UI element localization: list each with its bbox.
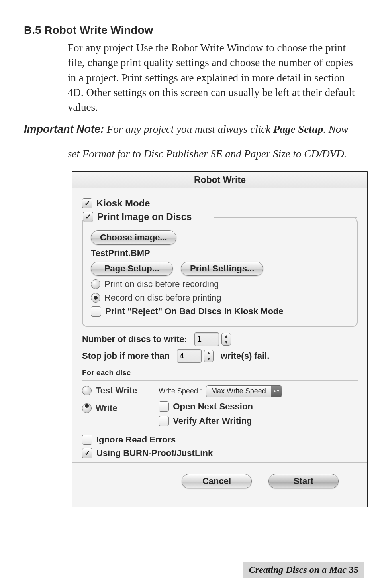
radio-dot-selected-icon [82, 403, 92, 413]
burn-proof-checkbox[interactable]: ✓ [82, 448, 92, 458]
radio-print-before-recording[interactable]: Print on disc before recording [91, 279, 219, 289]
for-each-disc-label: For each disc [82, 368, 131, 377]
radio-dot-selected-icon [91, 293, 100, 303]
verify-after-writing-checkbox[interactable]: ✓ [159, 416, 169, 426]
page-setup-button[interactable]: Page Setup... [91, 262, 173, 276]
open-next-session-checkbox[interactable]: ✓ [159, 401, 169, 412]
kiosk-mode-label: Kiosk Mode [96, 198, 150, 209]
radio-dot-icon [82, 386, 92, 395]
num-discs-label: Number of discs to write: [82, 334, 187, 344]
robot-write-dialog: Robot Write ✓ Kiosk Mode ✓ Print Image o… [72, 171, 368, 507]
radio-test-write-label: Test Write [96, 385, 137, 396]
print-image-label: Print Image on Discs [97, 211, 192, 222]
select-arrows-icon: ▲▼ [271, 386, 282, 397]
radio-record-first-label: Record on disc before printing [104, 293, 221, 303]
write-speed-label: Write Speed : [159, 387, 202, 395]
divider [72, 462, 367, 463]
writes-fail-label: write(s) fail. [221, 351, 269, 361]
print-reject-checkbox[interactable]: ✓ [91, 306, 101, 317]
important-note-cont: set Format for to Disc Publisher SE and … [68, 148, 356, 160]
section-heading: B.5 Robot Write Window [24, 24, 356, 37]
print-reject-label: Print "Reject" On Bad Discs In Kiosk Mod… [105, 306, 284, 317]
print-settings-button[interactable]: Print Settings... [181, 262, 263, 276]
write-speed-value: Max Write Speed [206, 387, 271, 395]
num-discs-stepper[interactable]: ▲▼ [194, 332, 231, 346]
radio-write-label: Write [96, 403, 118, 413]
stop-job-label: Stop job if more than [82, 351, 170, 361]
important-note-label: Important Note: [24, 123, 104, 135]
radio-dot-icon [91, 279, 100, 289]
section-paragraph: For any project Use the Robot Write Wind… [68, 41, 356, 115]
selected-file-name: TestPrint.BMP [91, 248, 150, 258]
start-button[interactable]: Start [268, 474, 339, 488]
num-discs-input[interactable] [194, 332, 219, 346]
stepper-arrows-icon[interactable]: ▲▼ [221, 333, 231, 346]
burn-proof-label: Using BURN-Proof/JustLink [96, 448, 213, 458]
cancel-button[interactable]: Cancel [182, 474, 252, 488]
important-note-text-1: For any project you must always click [104, 123, 273, 135]
kiosk-mode-row: ✓ Kiosk Mode [82, 198, 358, 209]
important-note-bold: Page Setup [273, 123, 323, 135]
radio-print-first-label: Print on disc before recording [104, 279, 219, 289]
radio-record-before-printing[interactable]: Record on disc before printing [91, 293, 221, 303]
important-note-text-2: . Now [323, 123, 348, 135]
footer-text: Creating Discs on a Mac [249, 564, 347, 575]
print-image-group: ✓ Print Image on Discs Choose image... T… [82, 218, 358, 327]
choose-image-button[interactable]: Choose image... [91, 230, 176, 245]
ignore-read-errors-checkbox[interactable]: ✓ [82, 435, 92, 445]
write-speed-select[interactable]: Max Write Speed ▲▼ [206, 385, 282, 397]
stop-job-input[interactable] [177, 349, 202, 363]
page-footer: Creating Discs on a Mac 35 [243, 562, 364, 578]
open-next-session-label: Open Next Session [173, 401, 253, 412]
radio-write[interactable]: Write [82, 403, 137, 413]
radio-test-write[interactable]: Test Write [82, 385, 137, 396]
kiosk-mode-checkbox[interactable]: ✓ [82, 198, 92, 208]
dialog-title: Robot Write [72, 172, 367, 188]
for-each-disc-frame: Test Write Write Write Speed : Max Write… [82, 380, 358, 431]
footer-page-number: 35 [349, 564, 358, 575]
stop-job-stepper[interactable]: ▲▼ [177, 349, 214, 363]
ignore-read-errors-label: Ignore Read Errors [96, 435, 176, 445]
print-image-checkbox[interactable]: ✓ [83, 212, 93, 222]
stepper-arrows-icon[interactable]: ▲▼ [204, 350, 214, 362]
important-note: Important Note: For any project you must… [24, 122, 356, 137]
verify-after-writing-label: Verify After Writing [173, 416, 252, 426]
